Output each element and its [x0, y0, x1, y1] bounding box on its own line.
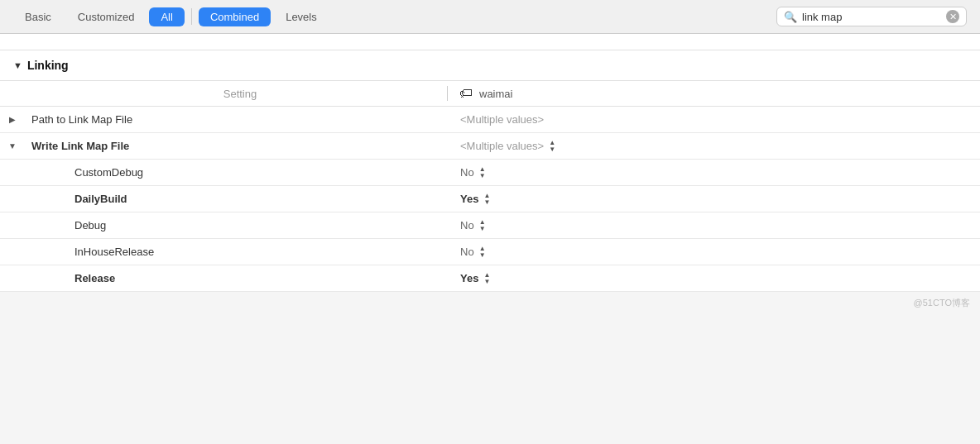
row-setting-name: Write Link Map File: [25, 135, 447, 157]
row-collapse-icon[interactable]: ▼: [8, 141, 17, 150]
stepper-icon[interactable]: ▲▼: [479, 219, 486, 232]
tab-all[interactable]: All: [149, 7, 184, 26]
row-indent: ▶: [0, 115, 25, 124]
stepper-icon[interactable]: ▲▼: [549, 140, 555, 153]
project-icon: 🏷: [459, 86, 473, 101]
row-value: No ▲▼: [447, 241, 980, 264]
search-clear-button[interactable]: ✕: [946, 10, 959, 23]
row-setting-name: Path to Link Map File: [25, 108, 447, 131]
stepper-icon[interactable]: ▲▼: [479, 246, 486, 259]
project-name: waimai: [479, 88, 512, 100]
row-value: <Multiple values> ▲▼: [447, 135, 980, 158]
table-row: InHouseRelease No ▲▼: [0, 239, 980, 265]
row-expand-icon[interactable]: ▶: [9, 115, 16, 124]
row-value: No ▲▼: [447, 161, 980, 184]
stepper-icon[interactable]: ▲▼: [483, 272, 490, 285]
tab-divider: [191, 8, 192, 25]
row-value: Yes ▲▼: [447, 267, 980, 290]
table-row: DailyBuild Yes ▲▼: [0, 186, 980, 212]
tab-basic[interactable]: Basic: [13, 7, 63, 26]
table-row: Release Yes ▲▼: [0, 265, 980, 292]
stepper-icon[interactable]: ▲▼: [479, 166, 486, 179]
row-setting-name: Release: [25, 267, 447, 289]
section-header-linking: ▼ Linking: [0, 50, 980, 81]
content-area: ▼ Linking Setting 🏷 waimai ▶ Path to Lin…: [0, 34, 980, 292]
column-setting-label: Setting: [0, 88, 447, 100]
tab-combined[interactable]: Combined: [199, 7, 271, 26]
tab-levels[interactable]: Levels: [274, 7, 329, 26]
search-input[interactable]: [802, 11, 941, 23]
column-headers: Setting 🏷 waimai: [0, 81, 980, 107]
row-setting-name: DailyBuild: [25, 188, 447, 210]
row-setting-name: InHouseRelease: [25, 241, 447, 263]
table-row: ▼ Write Link Map File <Multiple values> …: [0, 133, 980, 160]
row-value: <Multiple values>: [447, 108, 980, 131]
table-row: Debug No ▲▼: [0, 212, 980, 239]
row-value: Yes ▲▼: [447, 188, 980, 211]
section-spacer: [0, 34, 980, 50]
section-collapse-triangle[interactable]: ▼: [13, 60, 22, 70]
tab-customized[interactable]: Customized: [66, 7, 147, 26]
row-value: No ▲▼: [447, 214, 980, 237]
table-row: ▶ Path to Link Map File <Multiple values…: [0, 107, 980, 133]
watermark: @51CTO博客: [0, 292, 980, 314]
row-setting-name: CustomDebug: [25, 161, 447, 184]
toolbar: Basic Customized All Combined Levels 🔍 ✕: [0, 0, 980, 34]
section-title: Linking: [27, 59, 69, 72]
column-value-header: 🏷 waimai: [448, 86, 980, 101]
search-icon: 🔍: [784, 11, 797, 23]
row-indent: ▼: [0, 141, 25, 150]
table-row: CustomDebug No ▲▼: [0, 160, 980, 186]
search-box: 🔍 ✕: [776, 7, 967, 26]
stepper-icon[interactable]: ▲▼: [483, 193, 490, 206]
row-setting-name: Debug: [25, 214, 447, 236]
